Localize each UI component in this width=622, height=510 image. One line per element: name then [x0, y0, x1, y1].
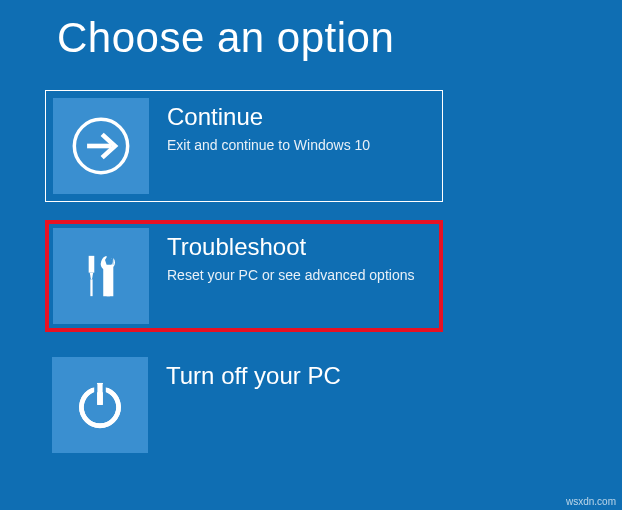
troubleshoot-title: Troubleshoot: [167, 234, 414, 260]
troubleshoot-text: Troubleshoot Reset your PC or see advanc…: [149, 228, 422, 285]
continue-desc: Exit and continue to Windows 10: [167, 136, 370, 155]
options-list: Continue Exit and continue to Windows 10…: [0, 62, 622, 460]
svg-rect-2: [89, 256, 95, 273]
troubleshoot-tile[interactable]: Troubleshoot Reset your PC or see advanc…: [45, 220, 443, 332]
arrow-right-icon: [53, 98, 149, 194]
svg-rect-4: [90, 279, 92, 296]
page-title: Choose an option: [0, 0, 622, 62]
continue-title: Continue: [167, 104, 370, 130]
continue-tile[interactable]: Continue Exit and continue to Windows 10: [45, 90, 443, 202]
turnoff-text: Turn off your PC: [148, 357, 349, 395]
watermark: wsxdn.com: [566, 496, 616, 507]
turnoff-title: Turn off your PC: [166, 363, 341, 389]
svg-rect-6: [107, 254, 111, 262]
power-icon: [52, 357, 148, 453]
turnoff-tile[interactable]: Turn off your PC: [45, 350, 443, 460]
svg-marker-3: [90, 273, 93, 280]
tools-icon: [53, 228, 149, 324]
troubleshoot-desc: Reset your PC or see advanced options: [167, 266, 414, 285]
continue-text: Continue Exit and continue to Windows 10: [149, 98, 378, 155]
